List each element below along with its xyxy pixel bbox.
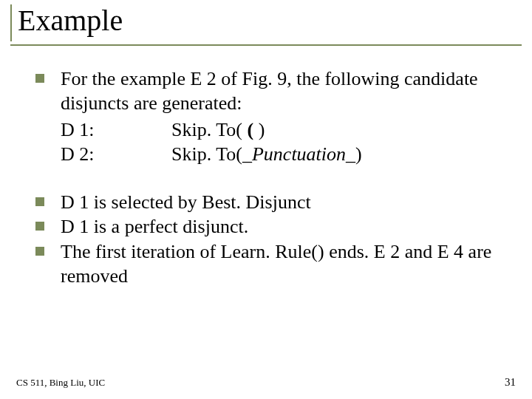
slide: Example For the example E 2 of Fig. 9, t… <box>0 0 532 399</box>
p3-text: D 1 is a perfect disjunct. <box>61 214 508 239</box>
p2-text: D 1 is selected by Best. Disjunct <box>61 190 508 214</box>
val-bold: ( <box>247 119 253 140</box>
disjunct-table: D 1: Skip. To( ( ) D 2: Skip. To(_Punctu… <box>61 117 508 167</box>
disjunct-key: D 2: <box>61 142 171 166</box>
footer-left: CS 511, Bing Liu, UIC <box>16 377 105 389</box>
disjunct-val: Skip. To( ( ) <box>171 117 508 142</box>
square-bullet-icon <box>35 197 44 206</box>
square-bullet-icon <box>35 74 44 83</box>
val-prefix: Skip. To( <box>171 119 247 140</box>
spacer <box>35 166 508 190</box>
bullet-item-1: For the example E 2 of Fig. 9, the follo… <box>35 66 508 166</box>
val-italic: _Punctuation_ <box>242 143 355 165</box>
val-suffix: ) <box>355 143 362 165</box>
square-bullet-icon <box>35 247 44 256</box>
p4-text: The first iteration of Learn. Rule() end… <box>61 239 508 289</box>
disjunct-val: Skip. To(_Punctuation_) <box>171 142 508 166</box>
bullet-item-3: D 1 is a perfect disjunct. <box>35 214 508 239</box>
slide-number: 31 <box>505 376 516 389</box>
slide-body: For the example E 2 of Fig. 9, the follo… <box>35 66 508 288</box>
disjunct-row-1: D 1: Skip. To( ( ) <box>61 117 508 142</box>
slide-title: Example <box>18 4 137 37</box>
square-bullet-icon <box>35 222 44 231</box>
title-underline <box>10 44 522 46</box>
bullet-item-2: D 1 is selected by Best. Disjunct <box>35 190 508 214</box>
p1-intro: For the example E 2 of Fig. 9, the follo… <box>61 66 508 116</box>
bullet-item-4: The first iteration of Learn. Rule() end… <box>35 239 508 289</box>
disjunct-key: D 1: <box>61 117 171 142</box>
disjunct-row-2: D 2: Skip. To(_Punctuation_) <box>61 142 508 166</box>
val-suffix: ) <box>253 119 265 140</box>
title-wrap: Example <box>10 4 137 41</box>
val-prefix: Skip. To( <box>171 143 242 165</box>
